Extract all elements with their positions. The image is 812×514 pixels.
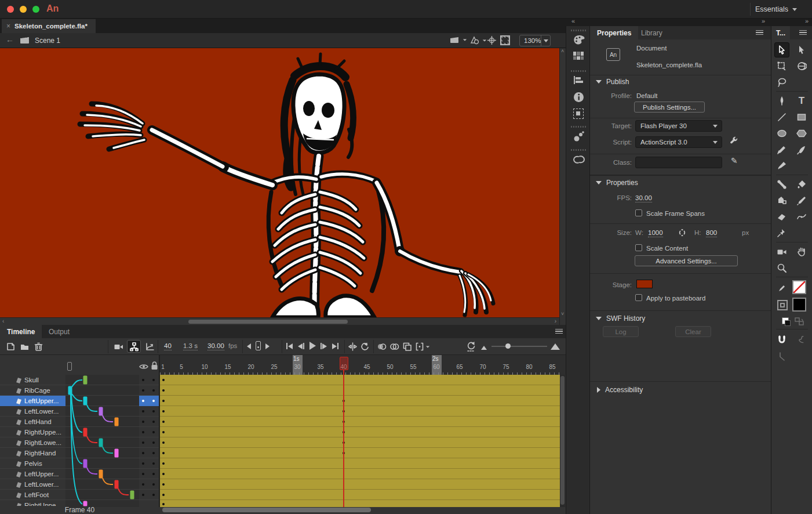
- stroke-color-swatch[interactable]: [792, 280, 806, 294]
- bone-tool[interactable]: [774, 177, 789, 192]
- close-window-button[interactable]: [7, 6, 14, 13]
- layer-parent-tabs[interactable]: [68, 376, 134, 506]
- stage-hscrollbar[interactable]: ‹ ›: [0, 317, 559, 325]
- delete-layer-icon[interactable]: [34, 342, 43, 352]
- pen-tool[interactable]: [774, 93, 789, 108]
- width-tool[interactable]: [794, 209, 809, 225]
- eye-icon[interactable]: [139, 363, 148, 370]
- timeline-frames[interactable]: [160, 375, 560, 507]
- stage-zoom-control[interactable]: 130%: [519, 35, 551, 46]
- swf-log-button[interactable]: Log: [603, 326, 639, 337]
- tab-timeline[interactable]: Timeline: [0, 325, 42, 338]
- scene-name[interactable]: Scene 1: [35, 37, 60, 45]
- elapsed-time-field[interactable]: 1.3 s: [183, 342, 198, 350]
- pencil-edit-icon[interactable]: ✎: [731, 156, 738, 165]
- tab-properties[interactable]: Properties: [590, 26, 638, 39]
- workspace-switcher[interactable]: Essentials: [750, 3, 802, 16]
- object-drawing-toggle[interactable]: [794, 332, 809, 348]
- next-keyframe-button[interactable]: [265, 343, 270, 349]
- height-value[interactable]: 800: [706, 229, 717, 237]
- paint-brush-tool[interactable]: [794, 142, 809, 157]
- camera-icon[interactable]: [114, 342, 124, 352]
- new-folder-icon[interactable]: [20, 342, 30, 352]
- reset-timeline-zoom-icon[interactable]: [466, 341, 476, 352]
- ink-bottle-tool[interactable]: [774, 193, 789, 208]
- stage-canvas[interactable]: [0, 48, 559, 317]
- playhead-head[interactable]: [340, 357, 348, 370]
- align-panel-icon[interactable]: [573, 75, 584, 85]
- swf-clear-button[interactable]: Clear: [675, 326, 711, 337]
- info-panel-icon[interactable]: [573, 92, 584, 103]
- color-panel-icon[interactable]: [573, 34, 585, 46]
- stage-vscrollbar[interactable]: ˄ ˅: [559, 48, 566, 325]
- document-tab[interactable]: × Skeleton_complete.fla*: [2, 19, 96, 33]
- eraser-tool[interactable]: [774, 209, 789, 225]
- rectangle-tool[interactable]: [794, 110, 809, 125]
- modify-markers-button[interactable]: [415, 342, 430, 352]
- go-to-first-frame-button[interactable]: [286, 343, 293, 349]
- apply-pasteboard-checkbox[interactable]: [635, 294, 642, 301]
- zoom-window-button[interactable]: [32, 6, 39, 13]
- free-transform-tool[interactable]: [774, 59, 789, 74]
- tools-panel-menu-icon[interactable]: [799, 30, 807, 36]
- wrench-icon[interactable]: [729, 136, 739, 146]
- cc-libraries-panel-icon[interactable]: [572, 154, 586, 165]
- asset-warp-tool[interactable]: [774, 226, 789, 241]
- collapse-tools-icon[interactable]: »: [805, 17, 809, 24]
- edit-symbols-button[interactable]: [469, 35, 487, 45]
- scale-frame-spans-checkbox[interactable]: [635, 209, 642, 216]
- zoom-tool[interactable]: [774, 260, 789, 276]
- minimize-window-button[interactable]: [20, 6, 27, 13]
- registration-grid-icon[interactable]: [487, 35, 497, 45]
- parenting-view-button[interactable]: [127, 340, 141, 353]
- timeline-zoom-slider-knob[interactable]: [505, 343, 511, 349]
- collapse-properties-icon[interactable]: »: [762, 17, 765, 24]
- timeline-zoom-in-icon[interactable]: [551, 343, 560, 350]
- timeline-zoom-out-icon[interactable]: [481, 346, 487, 350]
- pencil-tool[interactable]: [774, 142, 789, 157]
- layer-parenting-graph[interactable]: [65, 375, 146, 506]
- scroll-down-icon[interactable]: ˅: [561, 311, 564, 317]
- polystar-tool[interactable]: [794, 126, 809, 141]
- snap-to-objects-toggle[interactable]: [774, 332, 789, 348]
- clip-content-icon[interactable]: [500, 35, 510, 45]
- loop-playback-icon[interactable]: [359, 342, 370, 352]
- script-dropdown[interactable]: ActionScript 3.0: [635, 136, 722, 148]
- line-tool[interactable]: [774, 110, 789, 125]
- edit-multiple-frames-icon[interactable]: [402, 342, 413, 352]
- graph-editor-icon[interactable]: [145, 342, 155, 352]
- swf-history-section-header[interactable]: SWF History: [596, 314, 645, 323]
- scroll-right-icon[interactable]: ›: [555, 318, 556, 324]
- go-to-last-frame-button[interactable]: [332, 343, 338, 349]
- collapse-dock-icon[interactable]: «: [571, 17, 575, 24]
- stage-color-swatch[interactable]: [636, 280, 653, 288]
- step-back-button[interactable]: [298, 343, 304, 349]
- swap-colors-icon[interactable]: [795, 317, 804, 325]
- classic-brush-tool[interactable]: [774, 158, 789, 173]
- onion-skin-outlines-icon[interactable]: [389, 342, 400, 352]
- timeline-ruler[interactable]: 1s 2s 1 5 10 15 20 25 30 35 40 45 50 55 …: [160, 355, 566, 375]
- oval-tool[interactable]: [774, 126, 789, 141]
- lasso-tool[interactable]: [774, 75, 789, 90]
- camera-tool[interactable]: [774, 244, 789, 259]
- timeline-zoom-slider[interactable]: [491, 346, 547, 347]
- play-button[interactable]: [309, 342, 316, 350]
- back-arrow-icon[interactable]: ←: [6, 35, 14, 44]
- new-layer-icon[interactable]: [6, 342, 16, 352]
- lock-icon[interactable]: [151, 361, 158, 370]
- hand-tool[interactable]: [794, 244, 809, 259]
- text-tool[interactable]: T: [794, 93, 809, 108]
- transform-panel-icon[interactable]: [573, 108, 584, 119]
- gradient-transform-tool[interactable]: [794, 59, 809, 74]
- accessibility-section-header[interactable]: Accessibility: [597, 386, 643, 394]
- close-tab-icon[interactable]: ×: [6, 22, 10, 30]
- scroll-up-icon[interactable]: ˄: [561, 48, 564, 54]
- properties-panel-menu-icon[interactable]: [756, 30, 763, 36]
- brush-library-panel-icon[interactable]: [573, 131, 585, 142]
- tool-option-toggle[interactable]: [774, 349, 789, 364]
- center-frame-icon[interactable]: [348, 342, 358, 352]
- paint-bucket-tool[interactable]: [794, 177, 809, 192]
- fill-color-swatch[interactable]: [792, 298, 806, 312]
- scroll-left-icon[interactable]: ‹: [2, 318, 4, 324]
- width-value[interactable]: 1000: [648, 229, 663, 237]
